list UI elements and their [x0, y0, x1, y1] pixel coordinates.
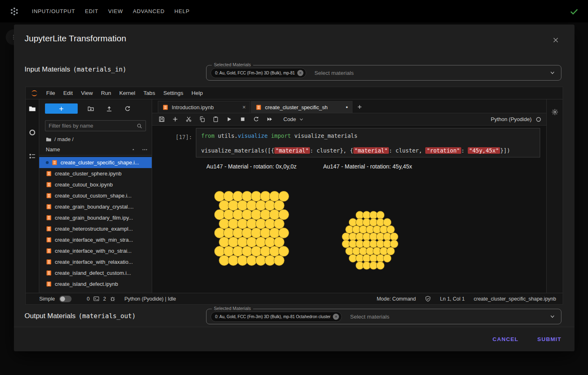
cell-type-dropdown[interactable]: Code — [283, 116, 304, 122]
sort-ascending-icon[interactable] — [131, 148, 135, 152]
upload-icon[interactable] — [106, 106, 112, 112]
topbar-menu: INPUT/OUTPUTEDITVIEWADVANCEDHELP — [32, 8, 190, 14]
jupyter-menu-tabs[interactable]: Tabs — [139, 89, 159, 97]
dropdown-caret-icon[interactable] — [550, 70, 555, 76]
output-materials-select[interactable]: Selected Materials 0: Au, Gold, FCC (Fm-… — [206, 309, 561, 324]
select-materials-placeholder: Select materials — [314, 70, 354, 76]
restart-kernel-button[interactable] — [253, 116, 259, 122]
jupyterlite-embed: FileEditViewRunKernelTabsSettingsHelp — [25, 87, 563, 305]
jupyter-logo-icon — [31, 90, 38, 97]
file-row[interactable]: create_interface_with_relaxatio... — [39, 256, 152, 267]
file-row[interactable]: create_island_defect_custom.i... — [39, 267, 152, 278]
selected-file-bullet — [46, 161, 49, 164]
cut-cell-button[interactable] — [186, 116, 192, 122]
topbar-item-edit[interactable]: EDIT — [85, 8, 99, 14]
restart-run-all-button[interactable] — [267, 116, 273, 122]
file-row[interactable]: create_island_defect.ipynb — [39, 278, 152, 290]
file-filter-box[interactable] — [45, 120, 146, 131]
name-column-header[interactable]: Name — [46, 146, 60, 153]
jupyter-menu-settings[interactable]: Settings — [159, 89, 187, 97]
command-mode-indicator[interactable]: Mode: Command — [377, 296, 416, 302]
column-menu-icon[interactable] — [142, 147, 148, 153]
jupyter-menu-run[interactable]: Run — [97, 89, 115, 97]
output-chips-container: 0: Au, Gold, FCC (Fm-3m) 3D (Bulk), mp-8… — [211, 312, 342, 322]
kernel-count[interactable]: 0 — [87, 296, 90, 302]
refresh-icon[interactable] — [124, 106, 131, 112]
folder-icon — [46, 137, 52, 142]
file-row[interactable]: create_cluster_sphere.ipynb — [39, 168, 152, 179]
terminal-count[interactable]: 2 — [103, 296, 106, 302]
bug-icon[interactable] — [110, 296, 116, 302]
code-line: from utils.visualize import visualize_ma… — [201, 132, 535, 140]
cancel-button[interactable]: CANCEL — [493, 336, 518, 342]
material-chip[interactable]: 0: Au, Gold, FCC (Fm-3m) 3D (Bulk), mp-8… — [211, 68, 306, 78]
file-row[interactable]: create_grain_boundary_film.ipy... — [39, 212, 152, 223]
add-cell-button[interactable] — [172, 116, 178, 122]
code-line: visualize_materials([{"material": cluste… — [201, 147, 535, 155]
input-materials-text: Input Materials — [25, 65, 70, 74]
topbar-item-view[interactable]: VIEW — [108, 8, 123, 14]
notebook-tab-2[interactable]: create_cluster_specific_sh● — [251, 101, 352, 113]
simple-mode-toggle[interactable] — [59, 296, 72, 302]
jupyter-menu-help[interactable]: Help — [187, 89, 207, 97]
material-chip[interactable]: 0: Au, Gold, FCC (Fm-3m) 3D (Bulk), mp-8… — [211, 312, 342, 322]
file-row[interactable]: create_grain_boundary_crystal.... — [39, 201, 152, 212]
dropdown-caret-icon[interactable] — [550, 314, 555, 319]
notebook-tab-1[interactable]: Introduction.ipynb× — [158, 101, 250, 113]
file-browser-icon[interactable] — [29, 105, 36, 112]
dialog-close-button[interactable] — [552, 36, 560, 44]
terminal-icon[interactable] — [93, 296, 99, 302]
field-label: Selected Materials — [212, 62, 253, 67]
jupyter-menu-edit[interactable]: Edit — [59, 89, 77, 97]
file-row[interactable]: create_cutout_box.ipynb — [39, 179, 152, 190]
jupyter-menu-file[interactable]: File — [42, 89, 59, 97]
new-folder-icon[interactable] — [88, 106, 94, 112]
cursor-position[interactable]: Ln 1, Col 1 — [440, 296, 465, 302]
notebook-icon — [46, 281, 52, 287]
jupyter-menubar: FileEditViewRunKernelTabsSettingsHelp — [26, 87, 563, 99]
breadcrumb-path[interactable]: / made / — [54, 136, 74, 142]
jupyter-menu-kernel[interactable]: Kernel — [115, 89, 139, 97]
jupyter-menu-view[interactable]: View — [77, 89, 97, 97]
breadcrumb[interactable]: / made / — [39, 131, 152, 142]
topbar-item-help[interactable]: HELP — [175, 8, 190, 14]
topbar-item-advanced[interactable]: ADVANCED — [133, 8, 165, 14]
notebook-tabbar: Introduction.ipynb×create_cluster_specif… — [152, 99, 546, 113]
tab-label: create_cluster_specific_sh — [265, 104, 343, 110]
file-row[interactable]: create_cluster_specific_shape.i... — [39, 157, 152, 168]
save-button[interactable] — [159, 116, 165, 122]
kernel-status-text[interactable]: Python (Pyodide) | Idle — [124, 296, 176, 302]
chip-remove-icon[interactable]: × — [333, 314, 339, 320]
app-topbar: INPUT/OUTPUTEDITVIEWADVANCEDHELP — [0, 0, 588, 22]
submit-button[interactable]: SUBMIT — [537, 336, 561, 342]
input-materials-select[interactable]: Selected Materials 0: Au, Gold, FCC (Fm-… — [206, 65, 561, 81]
kernel-name: Python (Pyodide) — [491, 116, 532, 122]
app-logo-icon[interactable] — [9, 6, 20, 17]
file-filter-input[interactable] — [49, 123, 137, 129]
topbar-item-input-output[interactable]: INPUT/OUTPUT — [32, 8, 75, 14]
new-tab-button[interactable] — [353, 101, 366, 113]
tab-close-icon[interactable]: × — [242, 104, 246, 110]
running-sessions-icon[interactable] — [29, 129, 36, 136]
file-row[interactable]: create_cutout_custom_shape.i... — [39, 190, 152, 201]
cell-type-label: Code — [283, 116, 296, 122]
run-cell-button[interactable] — [226, 116, 232, 122]
chevron-down-icon — [299, 117, 304, 122]
file-row[interactable]: create_heterostructure_exampl... — [39, 223, 152, 234]
table-of-contents-icon[interactable] — [29, 153, 36, 160]
notebook-icon — [46, 259, 52, 265]
transformation-dialog: JupyterLite Transformation Input Materia… — [14, 25, 575, 351]
interrupt-kernel-button[interactable] — [240, 116, 246, 122]
jupyter-body: / made / Name create_cluster_specific_sh… — [26, 99, 563, 293]
kernel-indicator[interactable]: Python (Pyodide) — [491, 116, 541, 122]
code-cell[interactable]: from utils.visualize import visualize_ma… — [196, 128, 540, 157]
paste-cell-button[interactable] — [213, 116, 219, 122]
notebook-file-icon — [256, 104, 262, 110]
file-row[interactable]: create_interface_with_no_strai... — [39, 245, 152, 256]
unsaved-changes-dot[interactable]: ● — [346, 105, 348, 109]
new-launcher-button[interactable] — [45, 103, 78, 114]
copy-cell-button[interactable] — [199, 116, 205, 122]
file-row[interactable]: create_interface_with_min_stra... — [39, 234, 152, 245]
property-inspector-icon[interactable] — [551, 108, 559, 116]
chip-remove-icon[interactable]: × — [297, 70, 303, 76]
